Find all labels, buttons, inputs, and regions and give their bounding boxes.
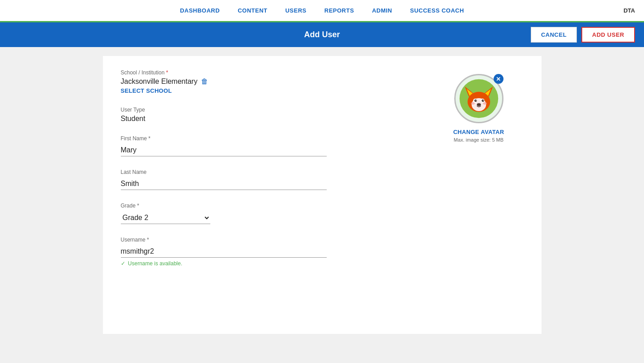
header-bar: Add User CANCEL ADD USER	[0, 22, 644, 47]
last-name-label: Last Name	[121, 169, 416, 175]
school-field-group: School / Institution * Jacksonville Elem…	[121, 69, 416, 94]
select-school-link[interactable]: SELECT SCHOOL	[121, 87, 416, 94]
school-required-star: *	[165, 69, 168, 76]
nav-reports[interactable]: REPORTS	[324, 7, 354, 14]
nav-admin[interactable]: ADMIN	[372, 7, 392, 14]
fox-avatar-image	[459, 78, 499, 119]
last-name-field-group: Last Name	[121, 169, 416, 190]
svg-point-9	[474, 99, 477, 102]
change-avatar-link[interactable]: CHANGE AVATAR	[453, 129, 504, 135]
checkmark-icon: ✓	[121, 260, 125, 267]
username-available-message: ✓ Username is available.	[121, 260, 416, 267]
grade-select[interactable]: Kindergarten Grade 1 Grade 2 Grade 3 Gra…	[121, 212, 210, 224]
user-type-field-group: User Type Student	[121, 107, 416, 123]
username-input[interactable]	[121, 246, 327, 258]
username-label: Username *	[121, 237, 416, 243]
svg-point-12	[483, 100, 484, 101]
form-card: School / Institution * Jacksonville Elem…	[103, 56, 542, 334]
avatar-container: ✕	[454, 74, 503, 123]
school-label: School / Institution *	[121, 69, 416, 76]
svg-point-15	[483, 102, 487, 104]
grade-label: Grade *	[121, 203, 416, 209]
form-left: School / Institution * Jacksonville Elem…	[121, 69, 416, 279]
svg-point-10	[482, 99, 484, 102]
nav-success-coach[interactable]: SUCCESS COACH	[410, 7, 464, 14]
username-field-group: Username * ✓ Username is available.	[121, 237, 416, 267]
user-type-label: User Type	[121, 107, 416, 113]
header-actions: CANCEL ADD USER	[531, 27, 635, 43]
svg-point-11	[475, 100, 476, 101]
form-body: School / Institution * Jacksonville Elem…	[121, 69, 524, 279]
grade-field-group: Grade * Kindergarten Grade 1 Grade 2 Gra…	[121, 203, 416, 224]
svg-point-14	[471, 102, 475, 104]
cancel-button[interactable]: CANCEL	[531, 27, 577, 43]
page-title: Add User	[304, 30, 340, 39]
last-name-input[interactable]	[121, 178, 327, 190]
username-available-text: Username is available.	[128, 260, 182, 267]
avatar-size-note: Max. image size: 5 MB	[454, 137, 503, 143]
user-type-value: Student	[121, 115, 416, 123]
nav-users[interactable]: USERS	[285, 7, 306, 14]
nav-content[interactable]: CONTENT	[238, 7, 267, 14]
first-name-field-group: First Name *	[121, 135, 416, 156]
top-nav: DASHBOARD CONTENT USERS REPORTS ADMIN SU…	[0, 0, 644, 22]
school-value: Jacksonville Elementary 🗑	[121, 78, 416, 86]
add-user-button[interactable]: ADD USER	[581, 27, 635, 43]
first-name-label: First Name *	[121, 135, 416, 142]
nav-user: DTA	[623, 7, 635, 14]
nav-links: DASHBOARD CONTENT USERS REPORTS ADMIN SU…	[180, 7, 464, 14]
main-content: School / Institution * Jacksonville Elem…	[0, 47, 644, 363]
delete-school-icon[interactable]: 🗑	[201, 78, 208, 86]
svg-point-13	[477, 103, 481, 106]
first-name-input[interactable]	[121, 144, 327, 156]
form-right: ✕ CHANGE AVATAR Max. image size: 5 MB	[434, 69, 524, 279]
nav-dashboard[interactable]: DASHBOARD	[180, 7, 220, 14]
avatar-close-button[interactable]: ✕	[494, 74, 503, 84]
school-name: Jacksonville Elementary	[121, 78, 198, 86]
